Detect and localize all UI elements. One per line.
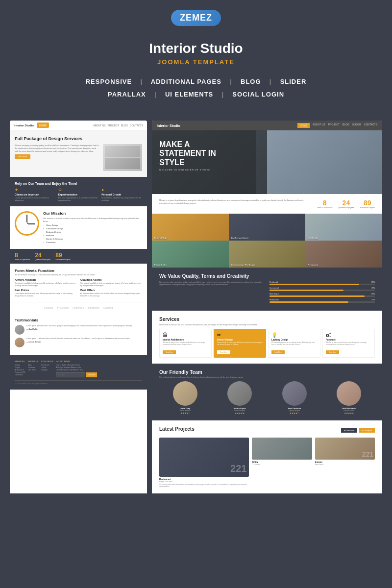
lighting-icon: 💡	[271, 332, 317, 338]
quality-bars: Residential85% Commercial70% Work Space9…	[270, 281, 375, 305]
left-brands: Genuine PREMIUM Ruchelle's Sandstone Gam…	[10, 302, 147, 313]
tab-all-projects[interactable]: All Projects	[359, 428, 375, 433]
team-member-4: Ash Nickname Furniture Expert ★★★★★	[323, 381, 375, 415]
form-prices: Fast Prices Lorem ipsum dolor sit amet f…	[15, 289, 76, 297]
footer-columns: SERVICES Design Project Architecture Pro…	[15, 360, 142, 377]
project-imperial[interactable]: Imperial Hotel	[152, 214, 229, 241]
left-hero-desc: We are company providing quality work fo…	[15, 144, 100, 153]
member-photo-1	[173, 381, 197, 406]
left-testimonials: Testimonials Lorem ipsum dolor sit amet …	[10, 313, 147, 355]
latest-projects-grid: 221 Restaurant Antique Food Space We sin…	[159, 438, 375, 488]
about-stat-projects: 89 Successful Projects	[360, 199, 375, 209]
latest-project-extra[interactable]: 221 Interior Home Space	[315, 438, 375, 488]
team-grid: Linda Gray Interior Architect ★★★★☆ Mart…	[159, 381, 375, 415]
top-header: ZEMEZ Interior Studio JOOMLA TEMPLATE RE…	[0, 0, 392, 116]
projects-row-1: Imperial Hotel Conference Center Loft St…	[152, 214, 382, 241]
mission-desc: Our mission is to work creation reports …	[43, 217, 142, 222]
service-lighting[interactable]: 💡 Lighting Design We offer all that you …	[268, 329, 320, 358]
latest-projects-section: Latest Projects Architecture All Project…	[152, 420, 382, 493]
projects-row-2: Photo Studio Contemporary Penthouse Rest…	[152, 241, 382, 268]
left-stats: 8 Years of Experience 24 Qualified Emplo…	[10, 249, 147, 264]
design-icon: ✏	[217, 332, 263, 338]
footer-bottom: © 2016 Interior Studio. All Rights Reser…	[15, 380, 142, 385]
subscribe-button[interactable]: Subscribe	[86, 372, 97, 377]
stat-projects: 89 Successful Projects	[55, 252, 71, 261]
left-hero: Full Package of Design Services We are c…	[10, 130, 147, 177]
team-desc: Our professional team members are here t…	[159, 376, 375, 378]
right-nav-logo: Interior Studio	[157, 124, 180, 127]
bar-commercial: Commercial70%	[270, 287, 375, 291]
project-img-restaurant: 221	[159, 438, 249, 477]
right-nav: Interior Studio HOME ABOUT US PROJECT BL…	[152, 121, 382, 130]
footer-services: SERVICES Design Project Architecture Pro…	[15, 360, 25, 377]
service-architecture[interactable]: 🏛 Interior Architecture We offer all tha…	[159, 329, 212, 358]
project-penthouse[interactable]: Contemporary Penthouse	[229, 241, 306, 268]
team-member-2: Martin Lopez Interior Designer ★★★★★	[214, 381, 266, 415]
bar-residential: Residential85%	[270, 281, 375, 285]
team-title: Our Friendly Team	[159, 369, 375, 375]
right-preview: Interior Studio HOME ABOUT US PROJECT BL…	[152, 121, 382, 493]
project-photo[interactable]: Photo Studio	[152, 241, 229, 268]
testimonials-title: Testimonials	[15, 318, 142, 322]
testimonial-1: Lorem ipsum dolor sit amet I was never g…	[15, 325, 142, 335]
latest-project-restaurant[interactable]: 221 Restaurant Antique Food Space We sin…	[159, 438, 249, 488]
feature-clients: ★ Clients are Important Lorem ipsum dolo…	[15, 188, 55, 201]
team-section: Our Friendly Team Our professional team …	[152, 364, 382, 420]
services-section: Services We are able to offer you the be…	[152, 311, 382, 364]
read-more-button[interactable]: Read More	[15, 154, 30, 159]
hero-subtitle: WELCOME TO OUR INTERIOR STUDIO	[159, 169, 375, 171]
feature-growth: ● Personal Growth Our masters will take …	[101, 188, 142, 201]
logo-text: ZEMEZ	[180, 13, 212, 23]
avatar-2	[15, 338, 24, 347]
service-interior-design[interactable]: ✏ Interior Design Interior design for ev…	[214, 329, 266, 358]
tab-architecture[interactable]: Architecture	[341, 428, 357, 433]
about-stat-years: 8 Years of Experience	[317, 199, 332, 209]
form-features-2: Fast Prices Lorem ipsum dolor sit amet f…	[15, 289, 142, 297]
about-section: Modan is a team of professional, energet…	[152, 194, 382, 214]
services-desc: We are able to offer you the best servic…	[159, 324, 375, 326]
team-member-1: Linda Gray Interior Architect ★★★★☆	[159, 381, 211, 415]
right-hero: MAKE A STATEMENT IN STYLE WELCOME TO OUR…	[152, 130, 382, 194]
furniture-readmore-button[interactable]: Read More	[326, 350, 339, 354]
zemez-logo[interactable]: ZEMEZ	[171, 10, 221, 26]
member-photo-2	[227, 381, 252, 406]
project-restaurant[interactable]: Restaurant	[305, 241, 382, 268]
latest-project-office[interactable]: Office IT Company	[252, 438, 312, 488]
footer-news: LATEST NEWS How to Make a Beautiful Hous…	[56, 360, 97, 377]
project-loft[interactable]: Loft Studio	[305, 214, 382, 241]
form-available: Always Available Our support available t…	[15, 278, 76, 287]
project-img-extra: 221	[315, 438, 375, 460]
hero-title: MAKE A STATEMENT IN STYLE	[159, 140, 238, 167]
quality-title: We Value Quality, Terms and Creativity	[159, 273, 375, 279]
arch-readmore-button[interactable]: Read More	[163, 350, 176, 354]
project-conference[interactable]: Conference Center	[229, 214, 306, 241]
furniture-icon: 🛋	[326, 332, 371, 338]
services-grid: 🏛 Interior Architecture We offer all tha…	[159, 329, 375, 358]
quality-section: We Value Quality, Terms and Creativity W…	[152, 268, 382, 311]
experiment-icon: ⚙	[58, 188, 99, 192]
service-furniture[interactable]: 🛋 Furniture We offer all that you need f…	[322, 329, 375, 358]
form-agents: Qualified Agents Our support available t…	[80, 278, 142, 287]
lighting-readmore-button[interactable]: Read More	[271, 350, 285, 354]
growth-icon: ●	[101, 188, 142, 192]
right-nav-links: HOME ABOUT US PROJECT BLOG SLIDER CONTAC…	[297, 123, 377, 128]
dark-section-title: Rely on Our Team and Enjoy the Time!	[15, 182, 142, 185]
newsletter-input[interactable]	[56, 372, 85, 377]
member-photo-3	[282, 381, 307, 406]
about-stat-employees: 24 Qualified Employees	[338, 199, 354, 209]
project-img-office	[252, 438, 312, 460]
clients-icon: ★	[15, 188, 55, 192]
footer-follow: FOLLOW US Facebook Twitter Google+	[41, 360, 53, 377]
architecture-icon: 🏛	[163, 332, 208, 338]
design-readmore-button[interactable]: Read More	[217, 350, 230, 354]
form-offers: Best Offers As there are times when it c…	[80, 289, 142, 297]
quality-desc: We sincerely value each client and we wo…	[159, 281, 265, 286]
left-form-section: Form Meets Function We don't believe in …	[10, 264, 147, 302]
mission-title: Our Mission	[43, 211, 142, 216]
left-hero-image	[103, 144, 142, 171]
testimonial-2: Lorem ipsum — We can have our funds from…	[15, 338, 142, 347]
features-bar: RESPONSIVE | ADDITIONAL PAGES | BLOG | S…	[20, 75, 372, 101]
left-hero-title: Full Package of Design Services	[15, 136, 142, 142]
team-member-3: Sam Donovan Lighting Designer ★★★★☆	[269, 381, 320, 415]
left-nav-logo: Interior Studio	[14, 124, 34, 127]
